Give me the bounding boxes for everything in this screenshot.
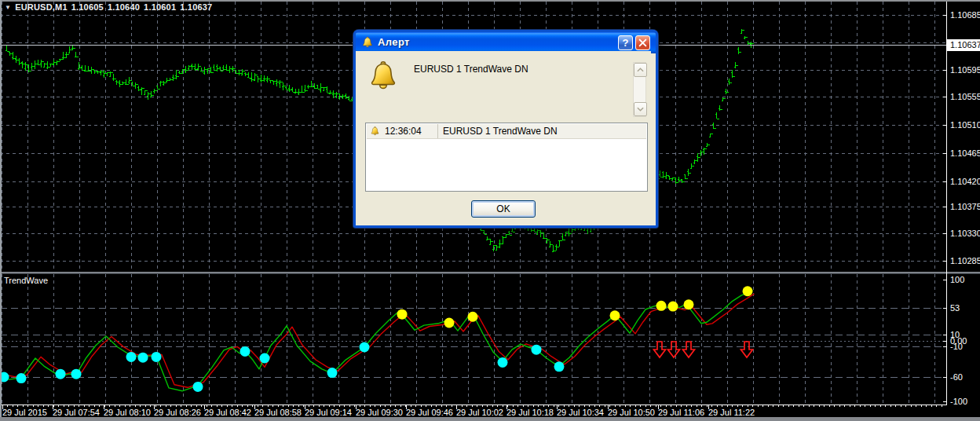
help-icon: ?	[623, 37, 629, 49]
alert-row-message: EURUSD 1 TrendWave DN	[443, 126, 558, 137]
dialog-titlebar[interactable]: Алерт ?	[353, 30, 658, 53]
alert-list[interactable]: 12:36:04 EURUSD 1 TrendWave DN	[365, 123, 648, 192]
alert-bell-icon	[367, 59, 400, 93]
ohlc-open: 1.10605	[71, 2, 104, 12]
ok-button[interactable]: OK	[471, 200, 536, 218]
dialog-body: EURUSD 1 TrendWave DN 12:36:04	[356, 51, 651, 223]
price-axis[interactable]	[946, 0, 980, 417]
ohlc-close: 1.10637	[180, 2, 212, 12]
alert-dialog: Алерт ? EURUSD 1 TrendWave DN	[353, 30, 658, 228]
window-border-top	[0, 0, 980, 2]
ohlc-low: 1.10601	[144, 2, 176, 12]
chevron-up-icon	[637, 68, 644, 72]
scroll-up-button[interactable]	[634, 63, 647, 77]
scroll-down-button[interactable]	[634, 102, 647, 116]
window-border-left	[0, 0, 2, 417]
close-icon	[638, 38, 647, 47]
indicator-label: TrendWave	[4, 276, 48, 285]
ohlc-high: 1.10640	[108, 2, 140, 12]
alert-time: 12:36:04	[385, 126, 422, 137]
close-button[interactable]	[635, 35, 650, 50]
time-axis[interactable]	[0, 405, 946, 417]
chevron-down-icon	[637, 107, 644, 112]
bell-icon	[361, 36, 374, 49]
symbol-dropdown-icon[interactable]: ▼	[5, 4, 11, 11]
indicator-panel-area[interactable]	[0, 274, 946, 405]
symbol-period-label: EURUSD,M1	[15, 2, 68, 12]
chart-symbol-label: ▼EURUSD,M11.106051.106401.106011.10637	[5, 2, 216, 12]
alert-list-row[interactable]: 12:36:04 EURUSD 1 TrendWave DN	[367, 124, 646, 139]
window-border-bottom	[0, 417, 980, 421]
alert-message: EURUSD 1 TrendWave DN	[414, 64, 528, 75]
row-divider	[437, 124, 438, 138]
message-scrollbar[interactable]	[633, 62, 646, 117]
row-bell-icon	[370, 126, 380, 137]
dialog-title: Алерт	[378, 36, 410, 48]
mt4-chart-window: 1.106851.105951.105551.105101.104651.104…	[0, 0, 980, 421]
help-button[interactable]: ?	[618, 35, 633, 50]
